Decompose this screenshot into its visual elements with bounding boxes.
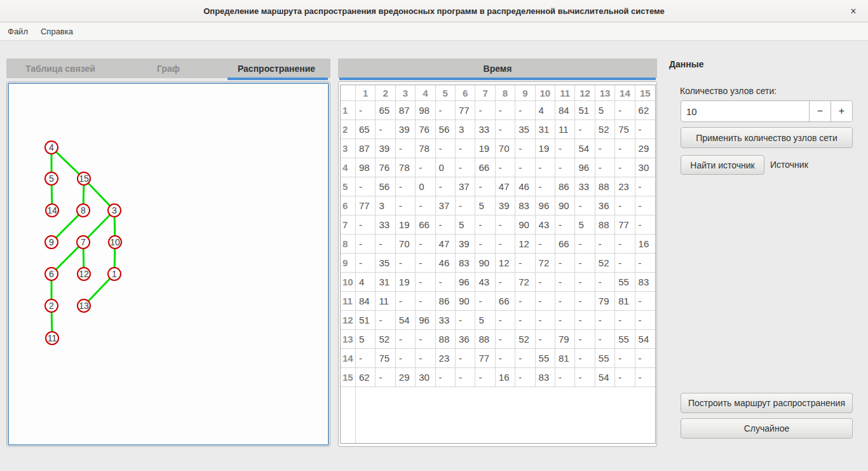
table-cell[interactable]: - (575, 311, 595, 330)
table-cell[interactable]: 72 (536, 254, 555, 273)
table-cell[interactable]: 54 (396, 311, 416, 330)
decrement-button[interactable]: − (809, 101, 831, 121)
table-cell[interactable]: - (575, 235, 595, 254)
table-cell[interactable]: - (496, 311, 515, 330)
table-cell[interactable]: - (575, 330, 595, 349)
table-cell[interactable]: - (436, 139, 456, 158)
table-cell[interactable]: - (356, 101, 376, 120)
table-cell[interactable]: - (396, 139, 416, 158)
table-cell[interactable]: 5 (575, 215, 595, 235)
table-cell[interactable]: 81 (615, 292, 635, 311)
table-cell[interactable]: 39 (396, 120, 416, 139)
table-cell[interactable]: 35 (376, 254, 395, 273)
table-cell[interactable]: 54 (575, 139, 595, 158)
table-cell[interactable]: - (496, 330, 515, 349)
table-cell[interactable]: 86 (436, 292, 456, 311)
table-cell[interactable]: - (555, 254, 575, 273)
table-cell[interactable]: - (615, 235, 635, 254)
table-cell[interactable]: 65 (356, 120, 376, 139)
table-cell[interactable]: 52 (595, 120, 615, 139)
table-cell[interactable]: 70 (496, 139, 515, 158)
table-cell[interactable]: - (436, 273, 456, 292)
table-cell[interactable]: 56 (376, 177, 395, 196)
table-cell[interactable]: 31 (536, 120, 555, 139)
table-cell[interactable]: 12 (515, 235, 535, 254)
table-cell[interactable]: - (456, 139, 475, 158)
table-cell[interactable]: - (475, 101, 495, 120)
table-cell[interactable]: 96 (575, 158, 595, 177)
table-cell[interactable]: 96 (456, 273, 475, 292)
table-cell[interactable]: 5 (456, 215, 475, 235)
table-cell[interactable]: - (496, 349, 515, 368)
table-cell[interactable]: 66 (496, 292, 515, 311)
table-cell[interactable]: 47 (436, 235, 456, 254)
table-cell[interactable]: 76 (416, 120, 435, 139)
table-cell[interactable]: 90 (456, 292, 475, 311)
table-cell[interactable]: 19 (475, 139, 495, 158)
table-cell[interactable]: 62 (635, 101, 655, 120)
table-cell[interactable]: 12 (496, 254, 515, 273)
table-cell[interactable]: - (575, 254, 595, 273)
table-cell[interactable]: - (496, 235, 515, 254)
table-cell[interactable]: - (595, 273, 615, 292)
table-cell[interactable]: 79 (555, 330, 575, 349)
table-cell[interactable]: - (595, 330, 615, 349)
table-cell[interactable]: - (416, 330, 435, 349)
table-cell[interactable]: 87 (396, 101, 416, 120)
table-cell[interactable]: - (595, 311, 615, 330)
table-cell[interactable]: - (396, 330, 416, 349)
table-cell[interactable]: 66 (475, 158, 495, 177)
table-cell[interactable]: 88 (475, 330, 495, 349)
table-cell[interactable]: 43 (475, 273, 495, 292)
table-cell[interactable]: - (496, 158, 515, 177)
table-cell[interactable]: - (575, 349, 595, 368)
table-cell[interactable]: 87 (356, 139, 376, 158)
tab-time[interactable]: Время (338, 64, 657, 74)
menu-file[interactable]: Файл (1, 23, 34, 40)
table-cell[interactable]: - (376, 311, 395, 330)
table-cell[interactable]: - (376, 235, 395, 254)
table-cell[interactable]: - (416, 292, 435, 311)
table-cell[interactable]: 11 (555, 120, 575, 139)
table-cell[interactable]: 3 (376, 196, 395, 215)
table-cell[interactable]: - (536, 235, 555, 254)
table-cell[interactable]: - (356, 349, 376, 368)
table-cell[interactable]: 83 (536, 368, 555, 387)
table-cell[interactable]: - (356, 254, 376, 273)
tab-propagation[interactable]: Распространение (222, 64, 330, 74)
table-cell[interactable]: 23 (436, 349, 456, 368)
table-cell[interactable]: 29 (635, 139, 655, 158)
increment-button[interactable]: + (831, 101, 852, 121)
table-cell[interactable]: - (396, 349, 416, 368)
table-cell[interactable]: - (496, 120, 515, 139)
table-cell[interactable]: 30 (635, 158, 655, 177)
table-cell[interactable]: - (515, 254, 535, 273)
table-cell[interactable]: - (615, 349, 635, 368)
table-cell[interactable]: - (575, 292, 595, 311)
table-cell[interactable]: - (436, 215, 456, 235)
table-cell[interactable]: - (615, 311, 635, 330)
table-cell[interactable]: 90 (475, 254, 495, 273)
table-cell[interactable]: 83 (515, 196, 535, 215)
table-cell[interactable]: 4 (356, 273, 376, 292)
table-cell[interactable]: 52 (376, 330, 395, 349)
table-cell[interactable]: 83 (456, 254, 475, 273)
table-cell[interactable]: - (575, 273, 595, 292)
table-cell[interactable]: - (356, 215, 376, 235)
table-cell[interactable]: - (555, 273, 575, 292)
table-cell[interactable]: - (555, 158, 575, 177)
table-cell[interactable]: 77 (456, 101, 475, 120)
table-cell[interactable]: 36 (595, 196, 615, 215)
table-cell[interactable]: 51 (575, 101, 595, 120)
table-cell[interactable]: 54 (595, 368, 615, 387)
table-cell[interactable]: 84 (356, 292, 376, 311)
table-cell[interactable]: 83 (635, 273, 655, 292)
table-cell[interactable]: - (475, 235, 495, 254)
table-cell[interactable]: - (635, 120, 655, 139)
table-cell[interactable]: 77 (615, 215, 635, 235)
table-cell[interactable]: - (456, 196, 475, 215)
table-cell[interactable]: 29 (396, 368, 416, 387)
table-cell[interactable]: - (635, 292, 655, 311)
table-cell[interactable]: - (555, 215, 575, 235)
table-cell[interactable]: 78 (396, 158, 416, 177)
